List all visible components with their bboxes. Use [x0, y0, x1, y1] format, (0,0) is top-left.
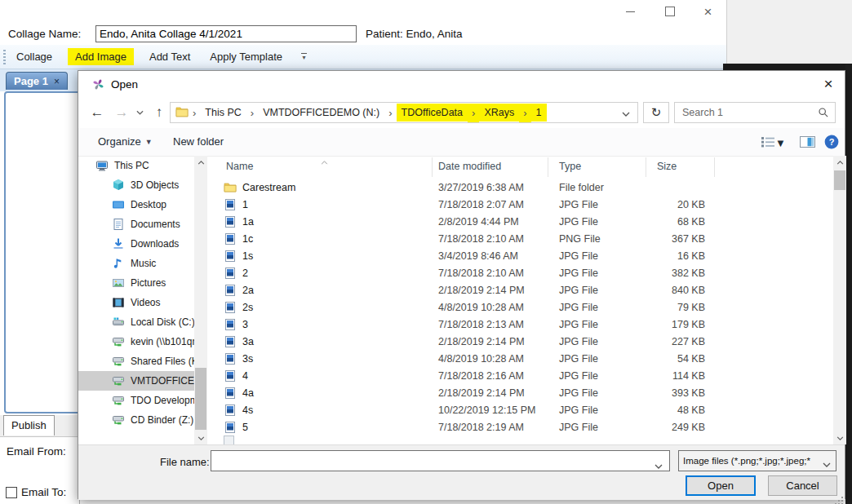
file-row-1c[interactable]: 1c7/18/2018 2:10 AMPNG File367 KB	[211, 230, 833, 247]
breadcrumb-item-1[interactable]: 1	[531, 104, 547, 122]
cancel-button[interactable]: Cancel	[768, 475, 837, 496]
nav-item-shared-files-k[interactable]: Shared Files (K:)	[78, 351, 194, 371]
netdrive-icon	[112, 413, 125, 427]
file-row-3a[interactable]: 3a2/18/2019 2:14 PMJPG File227 KB	[211, 333, 833, 350]
nav-item-cd-binder-z[interactable]: CD Binder (Z:)	[78, 410, 194, 430]
up-button[interactable]: ↑	[149, 102, 170, 123]
file-row-2[interactable]: 27/18/2018 2:10 AMJPG File382 KB	[211, 264, 833, 281]
scroll-down-icon[interactable]	[194, 431, 207, 444]
nav-item-vmtdofficedemo-n[interactable]: VMTDOFFICEDEMO (N:)	[78, 371, 194, 391]
nav-scrollbar-thumb[interactable]	[195, 368, 206, 430]
image-file-icon	[224, 198, 237, 211]
help-button[interactable]: ?	[824, 135, 839, 152]
nav-item-downloads[interactable]: Downloads	[78, 234, 194, 254]
toolbar-button-add-image[interactable]: Add Image	[68, 48, 134, 65]
resize-grip[interactable]	[841, 497, 843, 498]
file-row-4s[interactable]: 4s10/22/2019 12:15 PMJPG File48 KB	[211, 401, 833, 418]
file-row-4[interactable]: 47/18/2018 2:16 AMJPG File114 KB	[211, 367, 833, 384]
file-row-2a[interactable]: 2a2/18/2019 2:14 PMJPG File840 KB	[211, 281, 833, 298]
organize-button[interactable]: Organize ▼	[98, 135, 153, 148]
file-row-3s[interactable]: 3s4/8/2019 10:28 AMJPG File54 KB	[211, 350, 833, 367]
file-size: 54 KB	[646, 353, 715, 365]
scroll-down-icon[interactable]	[833, 431, 846, 444]
new-folder-button[interactable]: New folder	[173, 135, 224, 148]
views-button[interactable]: ▼	[761, 136, 786, 150]
dialog-close-button[interactable]: ×	[815, 73, 841, 95]
search-box[interactable]	[674, 102, 836, 123]
forward-button[interactable]: →	[111, 102, 132, 123]
breadcrumb-separator-icon[interactable]: ›	[189, 104, 200, 122]
column-header-size[interactable]: Size	[646, 157, 715, 177]
search-input[interactable]	[675, 103, 819, 122]
app-minimize-button[interactable]	[612, 0, 649, 23]
chevron-down-icon[interactable]	[655, 459, 663, 471]
image-file-icon	[224, 267, 237, 280]
column-header-date-modified[interactable]: Date modified	[433, 157, 548, 177]
tab-publish[interactable]: Publish	[3, 415, 55, 435]
address-bar[interactable]: ›This PC›VMTDOFFICEDEMO (N:)›TDOfficeDat…	[170, 102, 638, 123]
file-row-4a[interactable]: 4a2/18/2019 2:14 PMJPG File393 KB	[211, 384, 833, 401]
breadcrumb-item-vmtdofficedemo-n[interactable]: VMTDOFFICEDEMO (N:)	[258, 104, 384, 122]
file-scrollbar-thumb[interactable]	[834, 170, 845, 190]
breadcrumb-item-this-pc[interactable]: This PC	[200, 104, 246, 122]
nav-scrollbar[interactable]	[194, 156, 207, 444]
breadcrumb-separator-icon[interactable]: ›	[519, 104, 530, 122]
image-file-icon	[224, 335, 237, 348]
collage-page-canvas[interactable]	[4, 91, 89, 413]
file-row-1s[interactable]: 1s3/4/2019 8:46 AMJPG File16 KB	[211, 247, 833, 264]
nav-item-desktop[interactable]: Desktop	[78, 195, 194, 214]
toolbar-button-apply-template[interactable]: Apply Template	[206, 48, 286, 65]
nav-item-this-pc[interactable]: This PC	[78, 156, 194, 175]
file-list-scrollbar[interactable]	[833, 156, 846, 444]
scroll-up-icon[interactable]	[833, 156, 846, 169]
breadcrumb-item-tdofficedata[interactable]: TDOfficeData	[397, 104, 468, 122]
breadcrumb-separator-icon[interactable]: ›	[384, 104, 396, 122]
file-row-2s[interactable]: 2s4/8/2019 10:28 AMJPG File79 KB	[211, 298, 833, 316]
file-name-combo[interactable]	[211, 450, 670, 471]
tab-close-icon[interactable]: ×	[54, 76, 60, 87]
file-row-5[interactable]: 57/18/2018 2:19 AMJPG File249 KB	[211, 418, 833, 435]
file-size: 393 KB	[646, 387, 715, 399]
collage-name-input[interactable]	[95, 25, 357, 42]
breadcrumb-separator-icon[interactable]: ›	[246, 104, 258, 122]
file-row-1[interactable]: 17/18/2018 2:07 AMJPG File20 KB	[211, 196, 833, 213]
column-header-name[interactable]: Name	[211, 157, 433, 177]
file-row-1a[interactable]: 1a2/8/2019 4:44 PMJPG File68 KB	[211, 213, 833, 230]
back-button[interactable]: ←	[87, 102, 108, 123]
publish-tab-row: Publish	[0, 415, 79, 437]
toolbar-overflow-icon[interactable]: ▾	[301, 53, 307, 60]
nav-item-pictures[interactable]: Pictures	[78, 273, 194, 293]
cube-icon	[112, 179, 125, 192]
toolbar-button-add-text[interactable]: Add Text	[145, 48, 194, 65]
nav-item-documents[interactable]: Documents	[78, 214, 194, 234]
toolbar-grip-icon	[3, 50, 6, 64]
nav-item-local-disk-c[interactable]: Local Disk (C:)	[78, 312, 194, 332]
recent-locations-chevron-icon[interactable]	[132, 102, 147, 123]
preview-pane-button[interactable]	[800, 136, 815, 150]
nav-item-tdo-developme[interactable]: TDO Developme	[78, 391, 194, 410]
file-type: JPG File	[548, 353, 646, 365]
file-type: JPG File	[548, 267, 646, 279]
app-maximize-button[interactable]	[651, 0, 688, 23]
breadcrumb-item-xrays[interactable]: XRays	[479, 104, 519, 122]
nav-item-label: 3D Objects	[131, 179, 179, 191]
open-button[interactable]: Open	[686, 475, 756, 496]
nav-item-3d-objects[interactable]: 3D Objects	[78, 175, 194, 195]
file-type-dropdown[interactable]: Image files (*.png;*.jpg;*.jpeg;*	[678, 450, 836, 471]
refresh-button[interactable]: ↻	[643, 102, 669, 123]
address-dropdown-chevron-icon[interactable]	[622, 107, 637, 119]
nav-item-videos[interactable]: Videos	[78, 293, 194, 312]
nav-item-kevin-b101qna[interactable]: kevin (\\b101qna	[78, 332, 194, 351]
file-name-input[interactable]	[212, 452, 653, 470]
breadcrumb-separator-icon[interactable]: ›	[468, 104, 479, 122]
tab-page-1[interactable]: Page 1 ×	[6, 72, 68, 90]
scroll-up-icon[interactable]	[194, 156, 207, 169]
email-to-checkbox[interactable]	[6, 487, 17, 498]
dialog-titlebar[interactable]: Open ×	[78, 71, 845, 98]
app-close-button[interactable]: ×	[690, 0, 726, 23]
nav-item-music[interactable]: Music	[78, 254, 194, 273]
column-header-type[interactable]: Type	[548, 157, 646, 177]
file-row-3[interactable]: 37/18/2018 2:13 AMJPG File179 KB	[211, 316, 833, 333]
file-row-carestream[interactable]: Carestream3/27/2019 6:38 AMFile folder	[211, 179, 833, 196]
toolbar-button-collage[interactable]: Collage	[12, 48, 56, 65]
